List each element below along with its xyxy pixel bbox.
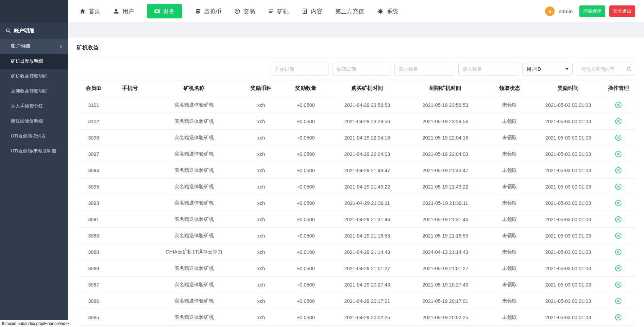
circle-x-icon[interactable] <box>615 101 622 109</box>
cell-member-id: 3087 <box>77 277 111 293</box>
sidebar-panel-title: 账户明细 <box>0 22 68 39</box>
clear-cache-button[interactable]: 清除缓存 <box>579 5 605 17</box>
nav-item[interactable]: 虚拟币 <box>195 7 221 15</box>
cell-machine-name: 实名赠送体验矿机 <box>149 97 239 113</box>
nav-item[interactable]: 用户 <box>113 7 134 15</box>
cell-expire-time: 2021-05-19 20:17:01 <box>406 293 485 309</box>
table-header-cell: 手机号 <box>111 80 150 97</box>
nav-item[interactable]: 首页 <box>80 7 100 15</box>
max-quantity-input[interactable] <box>458 63 518 76</box>
avatar[interactable]: a <box>545 6 555 16</box>
cell-machine-name: 实名赠送体验矿机 <box>149 228 239 244</box>
table-header-cell: 领取状态 <box>485 80 535 97</box>
cell-status: 未领取 <box>485 309 535 326</box>
cell-member-id: 3095 <box>77 179 111 195</box>
cell-machine-name: 实名赠送体验矿机 <box>149 195 239 211</box>
sidebar-item[interactable]: UTI返佣领/未领取明细 <box>0 144 68 159</box>
logout-button[interactable]: 安全退出 <box>609 5 635 17</box>
status-url-text: ff.muxin.pub/index.php/Finance/index <box>2 321 70 326</box>
start-date-input[interactable] <box>271 63 328 76</box>
sidebar-group-label: 账户明细 <box>11 43 30 49</box>
cell-phone <box>111 195 150 211</box>
table-body: 3101 实名赠送体验矿机 xch +0.0500 2021-04-29 23:… <box>77 97 635 326</box>
table-row: 3068 CHIA云矿机1T满存云算力 xch +0.0100 2021-04-… <box>77 244 635 260</box>
circle-x-icon[interactable] <box>615 314 622 321</box>
cell-operations <box>601 228 635 244</box>
nav-item[interactable]: 内容 <box>302 7 322 15</box>
circle-x-icon[interactable] <box>615 281 622 288</box>
circle-x-icon[interactable] <box>615 134 622 141</box>
sidebar-item[interactable]: UTI返佣新增列表 <box>0 129 68 144</box>
cell-member-id: 3086 <box>77 293 111 309</box>
cell-expire-time: 2024-04-13 21:14:43 <box>406 244 485 260</box>
end-date-input[interactable] <box>333 63 390 76</box>
sidebar-item[interactable]: 返佣收益领取明细 <box>0 84 68 99</box>
table-row: 3087 实名赠送体验矿机 xch +0.0500 2021-04-29 20:… <box>77 277 635 293</box>
home-icon <box>80 8 86 14</box>
sidebar-item-label: UTI返佣新增列表 <box>11 133 46 139</box>
cell-status: 未领取 <box>485 260 535 277</box>
circle-x-icon[interactable] <box>615 248 622 256</box>
table-header-cell: 奖励数量 <box>284 80 328 97</box>
sidebar-item[interactable]: 达人手续费分红 <box>0 99 68 114</box>
cell-buy-time: 2021-04-29 20:02:25 <box>328 309 406 326</box>
cell-machine-name: 实名赠送体验矿机 <box>149 130 239 146</box>
search-icon <box>5 28 11 33</box>
content-card: 矿机收益 用户ID <box>68 37 644 327</box>
search-icon[interactable] <box>626 66 632 72</box>
cell-status: 未领取 <box>485 211 535 228</box>
cell-amount: +0.0500 <box>284 293 328 309</box>
cell-amount: +0.0500 <box>284 130 328 146</box>
circle-x-icon[interactable] <box>615 118 622 125</box>
cell-buy-time: 2021-04-29 22:04:03 <box>328 146 406 162</box>
nav-item[interactable]: 系统 <box>377 7 398 15</box>
cell-operations <box>601 293 635 309</box>
nav-item[interactable]: 矿机 <box>268 7 289 15</box>
circle-x-icon[interactable] <box>615 183 622 190</box>
cell-operations <box>601 260 635 277</box>
cell-member-id: 3068 <box>77 244 111 260</box>
nav-item[interactable]: 交易 <box>234 7 255 15</box>
circle-x-icon[interactable] <box>615 167 622 174</box>
cell-status: 未领取 <box>485 293 535 309</box>
sidebar-item-label: 达人手续费分红 <box>11 103 43 109</box>
cell-machine-name: 实名赠送体验矿机 <box>149 211 239 228</box>
table-header-cell: 奖励时间 <box>535 80 601 97</box>
min-quantity-input[interactable] <box>394 63 454 76</box>
cell-status: 未领取 <box>485 244 535 260</box>
cell-operations <box>601 277 635 293</box>
cell-coin: xch <box>239 179 283 195</box>
sidebar-group-account-detail[interactable]: 账户明细 <box>0 39 68 54</box>
table-row: 3097 实名赠送体验矿机 xch +0.0500 2021-04-29 22:… <box>77 146 635 162</box>
cell-amount: +0.0500 <box>284 277 328 293</box>
cell-phone <box>111 113 150 130</box>
table-row: 3083 实名赠送体验矿机 xch +0.0500 2021-04-29 21:… <box>77 228 635 244</box>
sidebar-item[interactable]: 矿机日发放明细 <box>0 54 68 69</box>
circle-x-icon[interactable] <box>615 216 622 223</box>
circle-x-icon[interactable] <box>615 199 622 207</box>
cell-coin: xch <box>239 130 283 146</box>
circle-x-icon[interactable] <box>615 232 622 239</box>
circle-x-icon[interactable] <box>615 150 622 158</box>
cell-reward-time: 2021-05-03 00:01:03 <box>535 277 601 293</box>
cell-status: 未领取 <box>485 195 535 211</box>
nav-item-label: 矿机 <box>277 7 289 15</box>
cell-amount: +0.0500 <box>284 211 328 228</box>
user-id-select[interactable]: 用户ID <box>522 63 573 76</box>
table-header-row: 会员ID 手机号 矿机名称 奖励币种 奖励数量 购买矿机时间 <box>77 80 635 97</box>
sidebar-item[interactable]: 赠送经验值明细 <box>0 114 68 129</box>
content-area: 矿机收益 用户ID <box>68 22 644 327</box>
page-title: 矿机收益 <box>77 44 635 51</box>
nav-item[interactable]: 财务 <box>147 4 182 18</box>
sidebar-item[interactable]: 矿机收益领取明细 <box>0 69 68 84</box>
table-row: 3093 实名赠送体验矿机 xch +0.0500 2021-04-29 21:… <box>77 195 635 211</box>
cell-amount: +0.0500 <box>284 146 328 162</box>
cell-buy-time: 2021-04-29 21:01:27 <box>328 260 406 277</box>
circle-x-icon[interactable] <box>615 297 622 305</box>
table-header-cell: 奖励币种 <box>239 80 283 97</box>
coins-icon <box>195 8 201 14</box>
circle-x-icon[interactable] <box>615 265 622 272</box>
nav-item[interactable]: 第三方充值 <box>335 7 364 15</box>
cell-status: 未领取 <box>485 277 535 293</box>
cell-reward-time: 2021-05-03 00:01:03 <box>535 130 601 146</box>
